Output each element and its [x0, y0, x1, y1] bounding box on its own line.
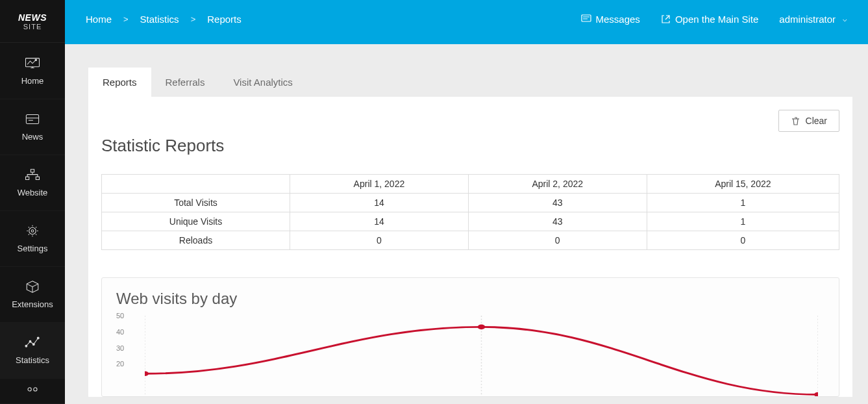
svg-point-13 — [37, 337, 39, 339]
svg-rect-7 — [36, 177, 39, 179]
tab-referrals[interactable]: Referrals — [151, 68, 219, 97]
svg-point-22 — [814, 392, 818, 396]
svg-rect-16 — [582, 15, 591, 21]
messages-label: Messages — [596, 14, 640, 25]
table-header-row: April 1, 2022 April 2, 2022 April 15, 20… — [102, 175, 839, 194]
svg-point-1 — [35, 59, 36, 60]
cell: 0 — [647, 231, 839, 250]
y-tick: 30 — [116, 344, 124, 352]
chevron-down-icon: ⌵ — [843, 15, 847, 23]
y-tick: 40 — [116, 328, 124, 336]
news-icon — [23, 112, 42, 127]
external-link-icon — [661, 14, 671, 24]
brand-line1: NEWS — [18, 12, 47, 23]
box-icon — [23, 280, 42, 294]
breadcrumb: Home > Statistics > Reports — [86, 14, 242, 25]
sidebar: NEWS SITE Home News Website Settings Ext… — [0, 0, 65, 404]
sidebar-item-statistics[interactable]: Statistics — [0, 323, 65, 379]
svg-point-21 — [478, 325, 486, 330]
topbar: Home > Statistics > Reports Messages Ope… — [65, 0, 868, 44]
cell: 43 — [468, 194, 647, 212]
svg-point-14 — [28, 387, 31, 390]
sidebar-item-label: Extensions — [12, 299, 53, 309]
row-label: Reloads — [102, 231, 290, 250]
table-row: Unique Visits 14 43 1 — [102, 212, 839, 231]
sidebar-item-news[interactable]: News — [0, 99, 65, 155]
user-menu[interactable]: administrator ⌵ — [779, 14, 847, 25]
breadcrumb-sep: > — [191, 14, 196, 24]
open-site-label: Open the Main Site — [675, 14, 758, 25]
sidebar-item-settings[interactable]: Settings — [0, 211, 65, 267]
clear-button[interactable]: Clear — [778, 110, 839, 132]
svg-point-11 — [29, 341, 31, 343]
sidebar-item-label: News — [22, 132, 43, 142]
messages-link[interactable]: Messages — [581, 14, 640, 25]
page-title: Statistic Reports — [101, 136, 839, 156]
chart-area: 20304050 — [116, 312, 825, 396]
message-icon — [581, 14, 591, 23]
panel: Clear Statistic Reports April 1, 2022 Ap… — [88, 97, 852, 397]
svg-point-20 — [145, 371, 149, 376]
main: Home > Statistics > Reports Messages Ope… — [65, 0, 868, 404]
row-label: Total Visits — [102, 194, 290, 212]
col-header: April 2, 2022 — [468, 175, 647, 194]
row-label: Unique Visits — [102, 212, 290, 231]
cell: 14 — [290, 212, 469, 231]
users-icon — [23, 384, 42, 398]
stats-table: April 1, 2022 April 2, 2022 April 15, 20… — [101, 174, 839, 250]
y-tick: 50 — [116, 312, 124, 320]
statistics-icon — [23, 336, 42, 350]
chart-card: Web visits by day 20304050 — [101, 277, 839, 397]
trash-icon — [791, 117, 800, 125]
svg-point-10 — [25, 346, 27, 347]
tab-reports[interactable]: Reports — [88, 68, 151, 97]
brand-logo: NEWS SITE — [0, 0, 65, 43]
svg-rect-2 — [26, 115, 38, 124]
cell: 0 — [468, 231, 647, 250]
tab-label: Reports — [103, 77, 137, 88]
open-site-link[interactable]: Open the Main Site — [661, 14, 758, 25]
sidebar-item-extensions[interactable]: Extensions — [0, 267, 65, 323]
chart-title: Web visits by day — [116, 290, 825, 308]
svg-rect-6 — [26, 177, 29, 179]
col-header — [102, 175, 290, 194]
tab-label: Visit Analytics — [233, 77, 292, 88]
svg-point-15 — [34, 387, 37, 390]
sidebar-item-label: Settings — [18, 244, 48, 253]
breadcrumb-item[interactable]: Home — [86, 14, 112, 25]
breadcrumb-sep: > — [123, 14, 129, 24]
sitemap-icon — [23, 168, 42, 183]
cell: 14 — [290, 194, 469, 212]
top-links: Messages Open the Main Site administrato… — [581, 14, 848, 25]
cell: 1 — [647, 212, 839, 231]
sidebar-item-website[interactable]: Website — [0, 155, 65, 211]
col-header: April 15, 2022 — [647, 175, 839, 194]
table-row: Reloads 0 0 0 — [102, 231, 839, 250]
sidebar-item-home[interactable]: Home — [0, 43, 65, 99]
tab-label: Referrals — [166, 77, 205, 88]
svg-rect-5 — [31, 170, 34, 172]
brand-line2: SITE — [23, 23, 42, 31]
gear-icon — [23, 224, 42, 238]
line-chart — [145, 316, 818, 396]
dashboard-icon — [23, 57, 42, 71]
sidebar-item-label: Website — [18, 188, 48, 197]
clear-label: Clear — [806, 116, 827, 126]
table-row: Total Visits 14 43 1 — [102, 194, 839, 212]
y-tick: 20 — [116, 360, 124, 368]
breadcrumb-item[interactable]: Statistics — [140, 14, 179, 25]
sidebar-item-more[interactable] — [0, 379, 65, 404]
svg-point-12 — [32, 344, 34, 346]
user-label: administrator — [779, 14, 836, 25]
tabs: Reports Referrals Visit Analytics — [88, 68, 852, 97]
col-header: April 1, 2022 — [290, 175, 469, 194]
sidebar-item-label: Statistics — [16, 355, 49, 365]
cell: 0 — [290, 231, 469, 250]
cell: 1 — [647, 194, 839, 212]
svg-point-8 — [29, 227, 36, 234]
breadcrumb-item[interactable]: Reports — [207, 14, 242, 25]
content: Reports Referrals Visit Analytics Clear … — [65, 44, 868, 404]
svg-rect-0 — [26, 58, 40, 67]
tab-visit-analytics[interactable]: Visit Analytics — [219, 68, 306, 97]
cell: 43 — [468, 212, 647, 231]
